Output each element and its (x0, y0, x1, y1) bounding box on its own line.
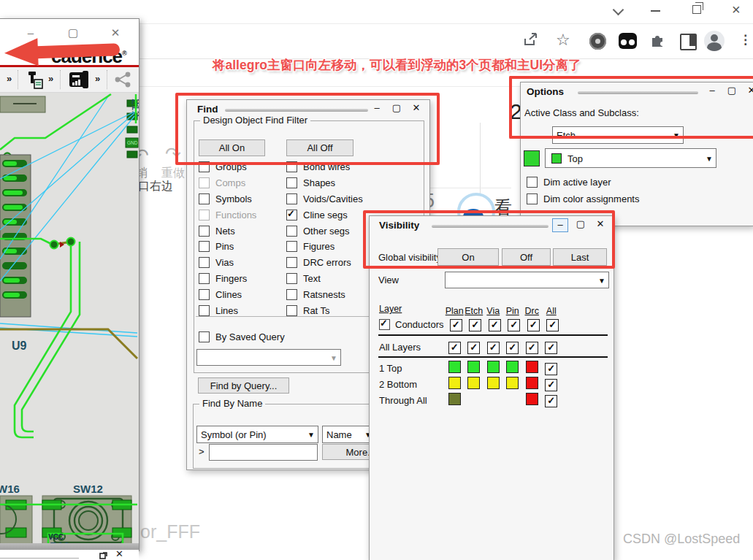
visibility-cell-red[interactable] (526, 361, 538, 373)
name-mode-select[interactable]: Name ▼ (322, 426, 375, 443)
name-type-select[interactable]: Symbol (or Pin) ▼ (196, 426, 318, 443)
favorites-star-icon[interactable]: ☆ (556, 31, 570, 50)
find-filter-checkbox[interactable]: Nets (199, 223, 256, 239)
visibility-cell-yellow[interactable] (487, 377, 500, 389)
browser-minimize-icon[interactable] (651, 10, 660, 12)
visibility-column-header[interactable]: All (542, 306, 562, 316)
active-layer-color-swatch[interactable] (524, 150, 540, 166)
dock-close-icon[interactable]: ✕ (115, 548, 123, 559)
visibility-column-header[interactable]: Pin (503, 306, 523, 316)
tool-share-icon[interactable] (114, 71, 131, 88)
chevron-down-icon: ▼ (330, 353, 337, 361)
visibility-cell-yellow[interactable] (506, 377, 519, 389)
browser-dropdown-chevron-icon[interactable] (613, 4, 624, 16)
visibility-cell-olive[interactable] (448, 393, 461, 405)
view-select[interactable]: ▼ (445, 272, 609, 288)
visibility-cell-red[interactable] (526, 393, 538, 405)
find-filter-checkbox[interactable]: Ratsnests (286, 286, 363, 302)
dim-active-layer-checkbox[interactable]: Dim active layer (527, 174, 611, 191)
visibility-cell-check[interactable]: ✓ (545, 363, 557, 375)
pcb-gnd-label: GND (127, 140, 138, 145)
find-filter-checkbox[interactable]: Clines (199, 286, 256, 302)
all-layers-cells: ✓✓✓✓✓✓ (445, 340, 561, 353)
visibility-column-header[interactable]: Plan (445, 306, 465, 316)
browser-restore-icon[interactable] (692, 5, 701, 14)
subclass-value: Top (567, 153, 583, 164)
find-filter-checkbox[interactable]: Voids/Cavities (286, 191, 363, 207)
checkbox-icon (286, 273, 297, 284)
checkbox-label: Functions (215, 210, 256, 220)
visibility-column-header[interactable]: Etch (465, 306, 484, 316)
top-layer-cells: ✓ (445, 361, 561, 376)
visibility-cell-check[interactable]: ✓ (508, 319, 520, 331)
checkbox-icon (199, 226, 210, 237)
visibility-cell-green[interactable] (448, 361, 461, 373)
visibility-column-header[interactable]: Via (483, 306, 503, 316)
find-filter-checkbox[interactable]: Figures (286, 239, 363, 255)
find-filter-checkbox[interactable]: Functions (199, 207, 256, 223)
find-filter-checkbox[interactable]: Cline segs (286, 207, 363, 223)
visibility-cell-check[interactable]: ✓ (489, 319, 501, 331)
visibility-cell-check[interactable]: ✓ (448, 342, 461, 354)
dock-float-icon[interactable] (99, 551, 108, 559)
visibility-cell-green[interactable] (487, 361, 500, 373)
find-filter-checkbox[interactable]: Fingers (199, 271, 256, 287)
visibility-cell-check[interactable]: ✓ (487, 342, 500, 354)
menu-dots-icon[interactable]: ⋮ (739, 32, 752, 47)
visibility-cell-check[interactable]: ✓ (526, 342, 538, 354)
extensions-puzzle-icon[interactable] (649, 32, 665, 48)
find-filter-checkbox[interactable]: Pins (199, 239, 256, 255)
visibility-cell-check[interactable]: ✓ (545, 395, 557, 407)
visibility-cell-green[interactable] (467, 361, 480, 373)
toolbar-overflow-chevron[interactable]: » (48, 73, 53, 84)
visibility-cell-green[interactable] (506, 361, 519, 373)
find-filter-checkbox[interactable]: Comps (199, 175, 256, 191)
tool-report-icon[interactable] (68, 70, 91, 90)
visibility-cell-check[interactable]: ✓ (467, 342, 480, 354)
find-filter-checkbox[interactable]: Text (286, 271, 363, 287)
extension-dark-icon[interactable] (619, 33, 637, 49)
toolbar-overflow-chevron[interactable]: » (7, 73, 12, 84)
pcb-silk-label: 212 (130, 99, 139, 117)
screen: × ☆ ⋮ ↶ ↷ 销 重做 扫口右边 2 5 看 or_FFF CSDN @L… (0, 0, 753, 560)
browser-close-icon[interactable]: × (732, 1, 741, 18)
visibility-column-header[interactable]: Drc (522, 306, 542, 316)
toolbar-overflow-chevron[interactable]: » (95, 73, 100, 84)
visibility-cell-check[interactable]: ✓ (469, 319, 481, 331)
checkbox-icon (199, 305, 210, 316)
layer-row-label: 1 Top (379, 363, 445, 374)
checkbox-icon (527, 177, 538, 188)
by-saved-query-checkbox[interactable]: By Saved Query (199, 329, 285, 345)
find-filter-checkbox[interactable]: Symbols (199, 191, 256, 207)
find-filter-checkbox[interactable]: Vias (199, 255, 256, 271)
find-filter-checkbox[interactable]: Shapes (286, 175, 363, 191)
split-screen-icon[interactable] (680, 34, 697, 50)
tool-setup-icon[interactable] (24, 71, 45, 89)
visibility-cell-check[interactable]: ✓ (545, 379, 557, 391)
visibility-cell-check[interactable]: ✓ (545, 342, 557, 354)
share-icon[interactable] (523, 32, 539, 47)
checkbox-icon (199, 257, 210, 268)
visibility-cell-yellow[interactable] (467, 377, 480, 389)
pcb-canvas[interactable]: GND 212 (0, 93, 139, 543)
layer-column-header[interactable]: Layer (379, 304, 402, 314)
find-by-query-button[interactable]: Find by Query... (198, 377, 289, 394)
find-filter-checkbox[interactable]: DRC errors (286, 255, 363, 271)
dim-color-assignments-checkbox[interactable]: Dim color assignments (527, 191, 640, 207)
checkbox-label: Other segs (303, 226, 350, 237)
extension-reel-icon[interactable] (589, 33, 606, 50)
saved-query-select[interactable]: ▼ (196, 349, 341, 366)
visibility-cell-yellow[interactable] (448, 377, 461, 389)
find-filter-checkbox[interactable]: Other segs (286, 223, 363, 239)
conductors-checkbox[interactable] (379, 319, 390, 330)
visibility-cell-check[interactable]: ✓ (506, 342, 519, 354)
visibility-cell-check[interactable]: ✓ (546, 319, 559, 331)
name-search-input[interactable] (209, 444, 318, 461)
table-separator (378, 334, 608, 336)
subclass-select[interactable]: Top ▼ (545, 148, 716, 168)
visibility-cell-check[interactable]: ✓ (450, 319, 462, 331)
visibility-cell-red[interactable] (526, 377, 538, 389)
profile-avatar-icon[interactable] (704, 31, 725, 51)
visibility-cell-check[interactable]: ✓ (527, 319, 540, 331)
toolbar-separator (60, 70, 61, 89)
